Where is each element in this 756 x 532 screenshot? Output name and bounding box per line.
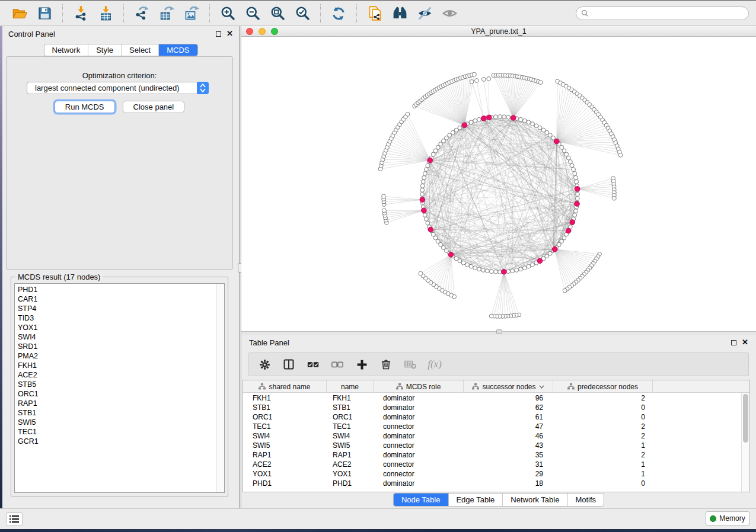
table-row[interactable]: STB1STB1dominator620 xyxy=(243,403,741,412)
list-item[interactable]: PMA2 xyxy=(15,351,216,361)
open-file-icon[interactable] xyxy=(10,4,29,23)
hide-selected-icon[interactable] xyxy=(415,4,434,23)
task-history-button[interactable] xyxy=(6,512,23,526)
table-row[interactable]: PHD1PHD1dominator180 xyxy=(243,479,741,488)
table-row[interactable]: SWI4SWI4dominator462 xyxy=(243,431,741,441)
tab-motifs[interactable]: Motifs xyxy=(567,493,604,506)
zoom-selected-icon[interactable] xyxy=(293,4,312,23)
tab-edge-table[interactable]: Edge Table xyxy=(448,493,503,506)
scrollbar-thumb[interactable] xyxy=(743,394,748,443)
table-cell: ORC1 xyxy=(327,413,374,421)
apply-layout-icon[interactable] xyxy=(329,4,348,23)
zoom-out-icon[interactable] xyxy=(243,4,262,23)
list-item[interactable]: SWI4 xyxy=(15,332,216,342)
add-column-icon[interactable] xyxy=(355,357,369,371)
import-network-icon[interactable] xyxy=(71,4,90,23)
import-table-icon[interactable] xyxy=(96,4,115,23)
table-row[interactable]: ACE2ACE2connector311 xyxy=(243,460,741,469)
list-item[interactable]: GCR1 xyxy=(15,437,216,446)
splitter-grip[interactable] xyxy=(496,329,502,334)
float-panel-icon[interactable] xyxy=(216,31,221,37)
table-row[interactable]: RAP1RAP1dominator352 xyxy=(243,450,741,460)
table-cell: 0 xyxy=(553,403,653,412)
list-item[interactable]: TEC1 xyxy=(15,427,216,437)
close-panel-icon[interactable]: ✕ xyxy=(227,31,233,37)
table-cell: 2 xyxy=(553,422,653,431)
delete-table-icon[interactable] xyxy=(403,357,417,371)
table-cell: dominator xyxy=(374,413,464,421)
tab-mcds[interactable]: MCDS xyxy=(159,44,197,56)
close-panel-button[interactable]: Close panel xyxy=(123,101,185,113)
close-panel-icon[interactable]: ✕ xyxy=(742,339,748,345)
list-item[interactable]: ACE2 xyxy=(15,370,216,380)
column-header-shared-name[interactable]: shared name xyxy=(243,380,327,393)
mcds-list-scrollbar[interactable] xyxy=(216,284,224,492)
tab-network-table[interactable]: Network Table xyxy=(503,493,567,506)
table-cell: 2 xyxy=(553,394,653,402)
table-cell: dominator xyxy=(374,403,464,412)
list-item[interactable]: TID3 xyxy=(15,313,216,323)
show-hidden-icon[interactable] xyxy=(440,4,459,23)
table-cell: 0 xyxy=(553,413,653,421)
deselect-all-icon[interactable] xyxy=(330,357,344,371)
export-table-icon[interactable] xyxy=(157,4,176,23)
tab-style[interactable]: Style xyxy=(88,44,122,56)
function-builder-icon[interactable]: f(x) xyxy=(428,357,442,371)
table-row[interactable]: SWI5SWI5connector431 xyxy=(243,441,741,450)
optimization-criterion-label: Optimization criterion: xyxy=(7,71,232,80)
table-row[interactable]: FKH1FKH1dominator962 xyxy=(243,393,741,403)
find-icon[interactable] xyxy=(390,4,409,23)
tab-select[interactable]: Select xyxy=(122,44,159,56)
new-network-from-selection-icon[interactable] xyxy=(365,4,384,23)
list-item[interactable]: ORC1 xyxy=(15,389,216,399)
save-session-icon[interactable] xyxy=(35,4,54,23)
table-cell: RAP1 xyxy=(243,451,327,459)
table-cell: dominator xyxy=(374,451,464,459)
delete-columns-icon[interactable] xyxy=(379,357,393,371)
list-item[interactable]: SWI5 xyxy=(15,418,216,427)
criterion-select[interactable]: largest connected component (undirected) xyxy=(27,82,209,94)
table-cell: TEC1 xyxy=(243,422,327,431)
list-item[interactable]: STB5 xyxy=(15,380,216,389)
export-image-icon[interactable] xyxy=(182,4,201,23)
list-item[interactable]: YOX1 xyxy=(15,323,216,332)
mcds-result-listbox: PHD1CAR1STP4TID3YOX1SWI4SRD1PMA2FKH1ACE2… xyxy=(14,283,225,493)
run-mcds-button[interactable]: Run MCDS xyxy=(55,101,115,113)
list-item[interactable]: RAP1 xyxy=(15,399,216,408)
tab-node-table[interactable]: Node Table xyxy=(394,493,449,506)
network-window-title: YPA_prune.txt_1 xyxy=(241,27,756,36)
search-input[interactable] xyxy=(592,9,744,18)
search-icon xyxy=(581,9,589,17)
list-item[interactable]: FKH1 xyxy=(15,361,216,370)
table-row[interactable]: ORC1ORC1dominator610 xyxy=(243,412,741,422)
list-item[interactable]: STB1 xyxy=(15,408,216,418)
column-header-predecessor-nodes[interactable]: predecessor nodes xyxy=(553,380,653,393)
column-header-successor-nodes[interactable]: successor nodes xyxy=(464,380,553,393)
column-header-mcds-role[interactable]: MCDS role xyxy=(374,380,464,393)
tab-network[interactable]: Network xyxy=(44,44,88,56)
network-canvas[interactable] xyxy=(241,37,756,331)
memory-button[interactable]: Memory xyxy=(706,511,749,525)
list-item[interactable]: CAR1 xyxy=(15,294,216,304)
list-item[interactable]: SRD1 xyxy=(15,342,216,351)
attribute-type-icon xyxy=(396,383,403,390)
export-network-icon[interactable] xyxy=(132,4,151,23)
column-header-name[interactable]: name xyxy=(327,380,374,393)
table-row[interactable]: TEC1TEC1connector472 xyxy=(243,422,741,431)
table-row[interactable]: YOX1YOX1connector291 xyxy=(243,469,741,479)
criterion-selected-value: largest connected component (undirected) xyxy=(27,84,197,92)
show-columns-icon[interactable] xyxy=(282,357,296,371)
table-cell: PHD1 xyxy=(243,479,327,488)
table-cell: connector xyxy=(374,422,464,431)
list-item[interactable]: STP4 xyxy=(15,304,216,313)
zoom-in-icon[interactable] xyxy=(218,4,237,23)
zoom-fit-icon[interactable] xyxy=(268,4,287,23)
table-cell: 35 xyxy=(464,451,553,459)
list-item[interactable]: PHD1 xyxy=(15,285,216,294)
table-cell: ACE2 xyxy=(327,460,374,469)
search-field[interactable] xyxy=(576,7,749,20)
table-scrollbar[interactable] xyxy=(741,393,749,492)
gear-icon[interactable] xyxy=(257,357,272,371)
select-all-icon[interactable] xyxy=(306,357,320,371)
float-panel-icon[interactable] xyxy=(731,340,736,345)
